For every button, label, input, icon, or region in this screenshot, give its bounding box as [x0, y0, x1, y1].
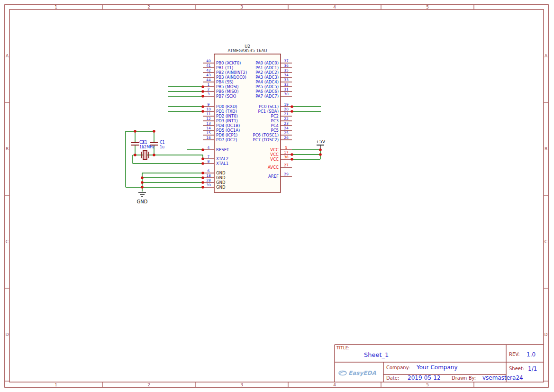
pin-name[interactable]: AVCC — [268, 165, 279, 170]
pin-number[interactable]: 26 — [284, 136, 289, 140]
pin-number[interactable]: 38 — [284, 155, 289, 159]
pin-number[interactable]: 41 — [206, 64, 211, 68]
pin-name[interactable]: PD2 (INT0) — [216, 114, 238, 119]
pin-number[interactable]: 4 — [208, 146, 210, 150]
pin-number[interactable]: 8 — [208, 159, 210, 164]
pin-number[interactable]: 44 — [206, 78, 211, 82]
pin-number[interactable]: 20 — [284, 107, 289, 111]
pin-name[interactable]: PA4 (ADC4) — [255, 80, 279, 84]
pin-number[interactable]: 22 — [284, 117, 289, 121]
pin-name[interactable]: PB4 (SS) — [216, 80, 234, 84]
pin-name[interactable]: PD5 (OC1A) — [216, 128, 240, 133]
pin-number[interactable]: 28 — [206, 178, 211, 182]
pin-name[interactable]: RESET — [216, 147, 229, 152]
pin-number[interactable]: 32 — [284, 82, 289, 87]
pin-name[interactable]: PB2 (AIN0INT2) — [216, 70, 247, 75]
pin-number[interactable]: 42 — [206, 68, 211, 73]
pin-number[interactable]: 36 — [284, 64, 289, 68]
pin-name[interactable]: PB6 (MISO) — [216, 89, 239, 94]
pin-number[interactable]: 1 — [208, 82, 210, 87]
pin-name[interactable]: PC7 (TOSC2) — [253, 137, 279, 142]
pin-number[interactable]: 18 — [206, 173, 211, 178]
pin-number[interactable]: 43 — [206, 73, 211, 77]
pin-number[interactable]: 14 — [206, 126, 211, 130]
pin-number[interactable]: 37 — [284, 59, 289, 63]
power-label[interactable]: +5V — [316, 139, 326, 144]
pin-number[interactable]: 40 — [206, 59, 211, 63]
pin-number[interactable]: 31 — [284, 87, 289, 91]
pin-name[interactable]: PB1 (T1) — [216, 65, 233, 70]
pin-name[interactable]: GND — [216, 185, 226, 190]
company-value[interactable]: Your Company — [417, 365, 458, 370]
pin-number[interactable]: 39 — [206, 183, 211, 187]
pin-number[interactable]: 16 — [206, 136, 211, 140]
pin-name[interactable]: PA5 (ADC5) — [255, 84, 279, 89]
pin-number[interactable]: 25 — [284, 131, 289, 135]
pin-number[interactable]: 15 — [206, 131, 211, 135]
pin-number[interactable]: 29 — [284, 172, 289, 176]
pin-name[interactable]: PD1 (TXD) — [216, 109, 237, 114]
sheet-number-value[interactable]: 1/1 — [528, 366, 537, 372]
pin-name[interactable]: XTAL2 — [216, 156, 228, 161]
pin-name[interactable]: PC5 — [271, 128, 279, 133]
cap-value[interactable]: 1u — [160, 145, 164, 149]
drawn-by-value[interactable]: vsemastera24 — [482, 375, 523, 381]
date-value[interactable]: 2019-05-12 — [408, 375, 441, 381]
pin-name[interactable]: PB0 (XCKT0) — [216, 61, 241, 65]
pin-name[interactable]: AREF — [268, 174, 279, 179]
pin-name[interactable]: PC2 — [271, 114, 279, 119]
pin-number[interactable]: 9 — [208, 102, 210, 107]
pin-number[interactable]: 23 — [284, 121, 289, 126]
pin-name[interactable]: PC1 (SDA) — [258, 109, 279, 114]
pin-number[interactable]: 27 — [284, 163, 289, 167]
pin-number[interactable]: 35 — [284, 68, 289, 73]
pin-number[interactable]: 17 — [284, 150, 289, 155]
pin-name[interactable]: PD3 (INT1) — [216, 119, 238, 123]
pin-name[interactable]: PD6 (ICP1) — [216, 133, 237, 137]
pin-name[interactable]: PD7 (OC2) — [216, 137, 237, 142]
pin-number[interactable]: 34 — [284, 73, 289, 77]
pin-name[interactable]: PB5 (MOSI) — [216, 84, 239, 89]
ic-part[interactable]: ATMEGA8535-16AU — [227, 48, 267, 53]
pin-number[interactable]: 11 — [206, 112, 211, 116]
pin-name[interactable]: PB3 (AIN1OC0) — [216, 75, 246, 80]
pin-name[interactable]: PA7 (ADC7) — [255, 94, 279, 99]
pin-name[interactable]: VCC — [270, 157, 279, 162]
pin-name[interactable]: VCC — [270, 152, 279, 157]
pin-name[interactable]: PC4 — [271, 123, 279, 128]
pin-name[interactable]: PC6 (TOSC1) — [253, 133, 279, 137]
pin-number[interactable]: 10 — [206, 107, 211, 111]
pin-number[interactable]: 6 — [208, 169, 210, 173]
pin-name[interactable]: PA2 (ADC2) — [255, 70, 279, 75]
crystal-ref[interactable]: X1 — [142, 140, 147, 145]
pin-number[interactable]: 33 — [284, 78, 289, 82]
pin-name[interactable]: PC3 — [271, 119, 279, 123]
cap-ref[interactable]: C1 — [160, 140, 165, 145]
pin-name[interactable]: GND — [216, 180, 226, 185]
pin-name[interactable]: VCC — [270, 147, 279, 152]
pin-name[interactable]: PA1 (ADC1) — [255, 65, 279, 70]
pin-number[interactable]: 3 — [208, 92, 210, 96]
pin-number[interactable]: 30 — [284, 92, 289, 96]
pin-name[interactable]: GND — [216, 171, 226, 175]
pin-name[interactable]: PD4 (OC1B) — [216, 123, 240, 128]
pin-name[interactable]: PA6 (ADC6) — [255, 89, 279, 94]
sheet-title[interactable]: Sheet_1 — [364, 352, 389, 358]
pin-name[interactable]: GND — [216, 175, 226, 180]
pin-number[interactable]: 2 — [208, 87, 210, 91]
pin-number[interactable]: 13 — [206, 121, 211, 126]
crystal-value[interactable]: 12MHz — [142, 145, 154, 149]
pin-name[interactable]: PA3 (ADC3) — [255, 75, 279, 80]
ground-label[interactable]: GND — [137, 199, 148, 204]
pin-number[interactable]: 19 — [284, 102, 289, 107]
pin-name[interactable]: PA0 (ADC0) — [255, 61, 279, 65]
pin-name[interactable]: PB7 (SCK) — [216, 94, 236, 99]
crystal-symbol[interactable] — [143, 150, 147, 160]
pin-number[interactable]: 21 — [284, 112, 289, 116]
pin-number[interactable]: 12 — [206, 117, 211, 121]
pin-number[interactable]: 5 — [285, 146, 288, 150]
pin-name[interactable]: PD0 (RXD) — [216, 104, 237, 109]
pin-name[interactable]: XTAL1 — [216, 161, 228, 166]
pin-number[interactable]: 24 — [284, 126, 289, 130]
rev-value[interactable]: 1.0 — [527, 352, 536, 357]
